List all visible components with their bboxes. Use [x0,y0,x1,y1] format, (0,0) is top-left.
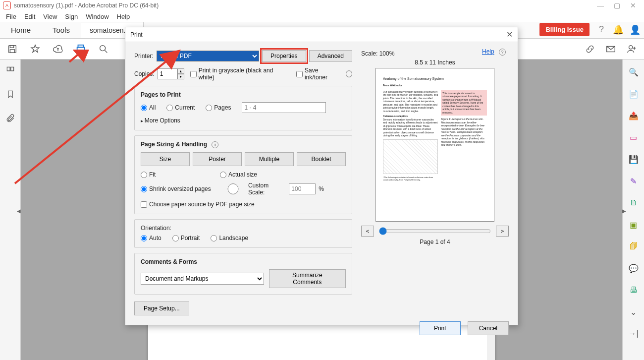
pages-to-print-section: Pages to Print All Current Pages More Op… [134,86,352,130]
expand-icon[interactable]: →| [628,328,639,339]
preview-next-button[interactable]: > [496,226,509,237]
create-pdf-icon[interactable]: 📄 [628,88,639,99]
save-ink-info-icon[interactable]: i [346,70,352,77]
window-titlebar: A somatosensory (1).pdf - Adobe Acrobat … [0,0,644,11]
radio-actual[interactable] [220,172,226,178]
radio-all[interactable] [141,105,147,111]
star-icon[interactable] [30,44,41,55]
menu-window[interactable]: Window [86,13,108,20]
preview-byline: From Wikibooks [383,84,487,87]
radio-custom-scale[interactable] [220,183,246,194]
sizing-info-icon[interactable]: i [212,141,218,148]
radio-portrait[interactable] [172,235,179,241]
account-icon[interactable]: 👤 [630,25,640,35]
pages-to-print-title: Pages to Print [141,91,346,98]
edit-pdf-icon[interactable]: ▭ [628,132,639,143]
billing-issue-button[interactable]: Billing Issue [539,23,590,36]
radio-fit[interactable] [141,172,147,178]
grayscale-checkbox[interactable] [190,71,197,77]
acrobat-icon: A [3,1,11,9]
radio-shrink[interactable] [141,186,147,192]
copies-input[interactable] [158,68,177,79]
properties-button[interactable]: Properties [262,50,306,62]
print-dialog: Print ✕ Printer: Adobe PDF Properties Ad… [125,27,518,325]
menu-bar: File Edit View Sign Window Help [0,11,644,22]
cloud-upload-icon[interactable] [53,44,63,55]
radio-current[interactable] [166,105,173,111]
attachment-icon[interactable] [5,113,15,125]
summarize-comments-button[interactable]: Summarize Comments [269,269,346,288]
right-sidebar: 🔍 📄 📤 ▭ 💾 ✎ 🗎 ▣ 🗐 💬 🖶 ⌄ →| ▶ [622,60,644,360]
scan-icon[interactable]: 🖶 [628,285,639,296]
save-icon[interactable] [7,44,18,55]
window-title: somatosensory (1).pdf - Adobe Acrobat Pr… [14,2,597,9]
paper-source-checkbox[interactable] [141,201,147,208]
copies-up[interactable]: ▲ [177,68,184,74]
page-setup-button[interactable]: Page Setup... [134,301,189,315]
help-info-icon[interactable]: ? [499,49,506,56]
maximize-button[interactable]: ▢ [614,1,620,9]
save-ink-checkbox[interactable] [296,71,303,77]
window-controls: — ▢ ✕ [597,1,641,9]
preview-heading: Anatomy of the Somatosensory System [383,76,487,81]
export-pdf-icon[interactable]: 📤 [628,110,639,121]
svg-rect-1 [10,45,13,48]
tab-booklet[interactable]: Booklet [297,152,346,166]
page-range-input[interactable] [242,102,326,113]
collapse-left-icon[interactable]: ◀ [17,208,21,214]
radio-landscape[interactable] [211,235,217,241]
bookmark-icon[interactable] [5,89,15,101]
comments-forms-select[interactable]: Document and Markups [141,273,264,285]
left-sidebar: ◀ [0,60,21,360]
radio-pages[interactable] [206,105,212,111]
tab-poster[interactable]: Poster [193,152,242,166]
preview-prev-button[interactable]: < [361,226,374,237]
collapse-right-icon[interactable]: ▶ [622,208,626,214]
combine-icon[interactable]: 🗎 [628,197,639,208]
sign-icon[interactable]: ✎ [628,176,639,186]
protect-icon[interactable]: 🗐 [628,241,639,252]
printer-select[interactable]: Adobe PDF [157,51,259,61]
preview-slider[interactable] [379,226,491,236]
menu-sign[interactable]: Sign [65,13,78,20]
radio-auto[interactable] [141,235,147,241]
tab-home[interactable]: Home [0,22,42,38]
share-link-icon[interactable] [585,44,595,55]
thumbnails-icon[interactable] [5,65,15,77]
page-sizing-section: Page Sizing & Handling i Size Poster Mul… [134,135,352,214]
notifications-icon[interactable]: 🔔 [613,25,623,35]
print-button[interactable]: Print [420,321,461,335]
add-person-icon[interactable] [626,44,637,55]
custom-scale-input[interactable] [289,183,316,194]
comments-forms-section: Comments & Forms Document and Markups Su… [134,253,352,295]
menu-file[interactable]: File [6,13,16,20]
tab-size[interactable]: Size [141,152,190,166]
more-tools-icon[interactable]: ⌄ [628,306,639,317]
tab-multiple[interactable]: Multiple [245,152,294,166]
email-icon[interactable] [605,44,616,55]
comment-icon[interactable]: 💬 [628,263,639,274]
search-icon[interactable] [98,44,109,55]
print-icon[interactable] [75,44,86,55]
help-link[interactable]: Help [482,48,494,55]
cancel-button[interactable]: Cancel [468,321,509,335]
menu-view[interactable]: View [43,13,57,20]
tab-tools[interactable]: Tools [42,22,81,38]
grayscale-label: Print in grayscale (black and white) [199,67,284,81]
page-counter: Page 1 of 4 [361,239,509,245]
menu-edit[interactable]: Edit [24,13,35,20]
dialog-close-icon[interactable]: ✕ [506,30,513,39]
redact-icon[interactable]: ▣ [628,219,639,230]
copies-label: Copies: [134,70,155,77]
copies-down[interactable]: ▼ [177,74,184,79]
zoom-icon[interactable]: 🔍 [628,66,639,77]
close-button[interactable]: ✕ [630,1,636,9]
help-icon[interactable]: ? [596,25,606,35]
minimize-button[interactable]: — [597,1,604,9]
orientation-title: Orientation: [141,225,346,232]
advanced-button[interactable]: Advanced [309,50,352,62]
more-options-toggle[interactable]: More Options [141,117,346,124]
organize-icon[interactable]: 💾 [628,154,639,165]
print-preview: Anatomy of the Somatosensory System From… [376,68,494,222]
menu-help[interactable]: Help [117,13,130,20]
